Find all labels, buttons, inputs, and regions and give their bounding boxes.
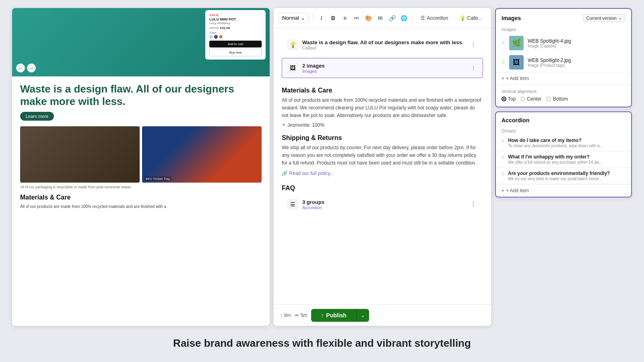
publish-dropdown-button[interactable]: ⌄ — [356, 309, 369, 322]
accordion-item-3[interactable]: ⠿ Are your products environmentally frie… — [496, 168, 631, 184]
paint-bucket-button[interactable]: 🎨 — [364, 12, 373, 24]
callout-block-icon: 💡 — [287, 39, 298, 50]
image-item-1[interactable]: ⠿ 🌿 WEB Spotlight-4.jpg Image [Caption] — [496, 33, 631, 53]
va-bottom-radio[interactable] — [546, 97, 551, 101]
materials-section: Materials & Care All of our products are… — [282, 81, 483, 130]
preview-shelf-image — [20, 126, 140, 183]
va-center-radio[interactable] — [520, 97, 525, 101]
bold-button[interactable]: B — [329, 12, 337, 24]
color-swatch-orange[interactable] — [219, 35, 223, 39]
materials-text: All of our products are made from 100% r… — [282, 97, 483, 120]
publish-button[interactable]: ↑ Publish — [311, 309, 356, 322]
price-new: £21.00 — [220, 26, 230, 30]
version-label: Current version — [586, 16, 617, 21]
preview-materials-text: All of our products are made from 100% r… — [20, 204, 262, 210]
shipping-section: Shipping & Returns We ship all of our pr… — [282, 130, 483, 181]
faq-block-left: ☰ 3 groups Accordion — [287, 199, 324, 210]
images-block-header: 🖼 2 images Images ⋮ — [287, 62, 478, 74]
color-label: Color — [209, 31, 262, 34]
images-add-item[interactable]: + + Add item — [496, 72, 631, 84]
buy-now-button[interactable]: Buy now — [209, 49, 262, 56]
learn-more-button[interactable]: Learn more — [20, 112, 54, 121]
hero-next-button[interactable]: → — [27, 64, 36, 72]
images-block[interactable]: 🖼 2 images Images ⋮ — [282, 58, 483, 78]
va-top-option[interactable]: Top — [502, 96, 516, 102]
editor-body[interactable]: 💡 Waste is a design flaw. All of our des… — [274, 28, 491, 304]
image-name-2: WEB Spotlight-2.jpg — [528, 58, 625, 63]
accordion-q-2: What if I'm unhappy with my order? — [508, 154, 625, 160]
color-swatch-teal[interactable] — [209, 35, 213, 39]
image-info-2: WEB Spotlight-2.jpg Image [Product tags] — [528, 58, 625, 68]
materials-bullet: Jesmonite: 100% — [282, 122, 483, 128]
accordion-settings-panel: Accordion Groups ⠿ How do I take care of… — [495, 111, 632, 197]
hero-prev-button[interactable]: ← — [16, 64, 25, 72]
image-item-2[interactable]: ⠿ 🖼 WEB Spotlight-2.jpg Image [Product t… — [496, 53, 631, 72]
va-top-radio[interactable] — [502, 97, 506, 101]
accordion-item-2[interactable]: ⠿ What if I'm unhappy with my order? We … — [496, 151, 631, 168]
format-selector[interactable]: Normal ⌄ — [279, 13, 309, 23]
accordion-item-1[interactable]: ⠿ How do I take care of my items? To cle… — [496, 135, 631, 151]
product-name: LULU MINI POT — [209, 17, 262, 21]
accordion-q-1: How do I take care of my items? — [508, 138, 625, 143]
faq-block-menu[interactable]: ⋮ — [469, 201, 478, 208]
add-item-plus-icon: + — [502, 76, 504, 81]
hero-navigation: ← → — [16, 64, 36, 72]
images-panel-title: Images — [502, 15, 521, 21]
image-thumb-2: 🖼 — [509, 55, 524, 70]
va-bottom-option[interactable]: Bottom — [546, 96, 568, 102]
link-button[interactable]: 🔗 — [388, 12, 396, 24]
shipping-text: We ship all of our products by courier. … — [282, 144, 483, 167]
va-center-option[interactable]: Center — [520, 96, 541, 102]
faq-heading: FAQ — [282, 185, 483, 192]
faq-section: FAQ ☰ 3 groups Accordion ⋮ — [282, 181, 483, 222]
accordion-panel-header: Accordion — [496, 112, 631, 126]
accordion-drag-3[interactable]: ⠿ — [502, 172, 505, 177]
preview-hero: SALE LULU MINI POT Lucy Holdberg £29.00 … — [12, 8, 270, 76]
full-policy-link[interactable]: 🔗 Read our full policy... — [282, 171, 334, 176]
callout-block[interactable]: 💡 Waste is a design flaw. All of our des… — [282, 35, 483, 55]
preview-headline: Waste is a design flaw. All of our desig… — [20, 83, 262, 108]
accordion-drag-1[interactable]: ⠿ — [502, 139, 505, 144]
accordion-add-item[interactable]: + + Add item — [496, 184, 631, 197]
drag-handle-1[interactable]: ⠿ — [502, 40, 505, 46]
read-time-icon: ↑ — [280, 313, 283, 318]
edit-time-icon: ✏ — [295, 313, 299, 318]
toolbar-divider-2 — [413, 14, 413, 22]
images-block-menu[interactable]: ⋮ — [469, 65, 478, 71]
color-swatches — [209, 35, 262, 39]
accordion-drag-2[interactable]: ⠿ — [502, 155, 505, 160]
callout-block-type: Callout — [302, 45, 463, 50]
mail-button[interactable]: ✉ — [376, 12, 384, 24]
version-selector[interactable]: Current version ⌄ — [583, 14, 625, 22]
edit-time-stat: ✏ 5m — [295, 313, 308, 318]
read-time-stat: ↑ 8m — [280, 313, 291, 318]
faq-block[interactable]: ☰ 3 groups Accordion ⋮ — [282, 194, 483, 214]
numbered-list-button[interactable]: ≔ — [353, 12, 361, 24]
product-artist: Lucy Holdberg — [209, 21, 262, 25]
faq-block-icon: ☰ — [287, 199, 298, 210]
accordion-a-3: We try our very best to make our small b… — [508, 177, 605, 181]
vertical-alignment-section: Vertical alignment Top Center Bottom — [496, 84, 631, 107]
color-swatch-blue[interactable] — [214, 35, 218, 39]
add-item-label: + Add item — [506, 76, 529, 81]
images-panel-header: Images Current version ⌄ — [496, 9, 631, 25]
toolbar-divider-1 — [313, 14, 313, 22]
editor-toolbar: Normal ⌄ I B ≡ ≔ 🎨 ✉ 🔗 🌐 ☰ Accordion 💡 C… — [274, 8, 491, 28]
bullet-list-button[interactable]: ≡ — [341, 12, 349, 24]
read-time-value: 8m — [284, 313, 291, 318]
italic-button[interactable]: I — [317, 12, 326, 24]
drag-handle-2[interactable]: ⠿ — [502, 60, 505, 65]
callout-block-button[interactable]: 💡 Callo... — [456, 14, 486, 23]
accordion-block-button[interactable]: ☰ Accordion — [417, 14, 452, 23]
globe-button[interactable]: 🌐 — [400, 12, 408, 24]
product-card: SALE LULU MINI POT Lucy Holdberg £29.00 … — [205, 10, 266, 60]
sale-badge: SALE — [209, 13, 262, 17]
va-center-label: Center — [527, 96, 541, 102]
publish-icon: ↑ — [321, 312, 324, 319]
callout-block-menu[interactable]: ⋮ — [469, 41, 478, 48]
accordion-groups-label: Groups — [496, 126, 631, 135]
add-to-cart-button[interactable]: Add to cart — [209, 41, 262, 47]
recycling-caption: All of our packaging is recyclable or ma… — [20, 185, 262, 189]
images-section-label: Images — [496, 25, 631, 33]
faq-groups-type: Accordion — [302, 205, 324, 210]
